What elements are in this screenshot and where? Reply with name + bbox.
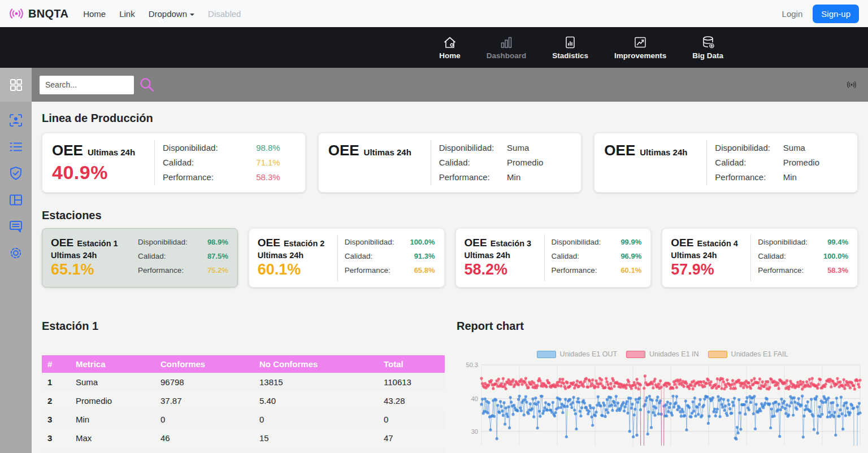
report-chart: Unidades E1 OUTUnidades E1 INUnidades E1… <box>457 350 868 446</box>
chat-icon[interactable] <box>7 218 24 235</box>
layout-icon[interactable] <box>7 191 24 208</box>
oee-value: 65.1% <box>51 261 131 278</box>
main-content: Linea de Producción OEEUltimas 24h40.9%D… <box>32 102 868 453</box>
list-icon[interactable] <box>7 138 24 155</box>
table-cell: 46 <box>155 429 254 447</box>
oee-value: 60.1% <box>258 261 337 278</box>
sidebar <box>0 68 32 453</box>
card-title-block: OEEEstación 4Ultimas 24h57.9% <box>662 229 750 287</box>
nav-link-disabled: Disabled <box>208 9 241 19</box>
grid-icon[interactable] <box>0 68 32 102</box>
broadcast-small-icon[interactable] <box>847 80 857 90</box>
station-card-3[interactable]: OEEEstación 3Ultimas 24h58.2%Disponibili… <box>455 228 652 288</box>
table-cell: 3 <box>42 410 70 429</box>
card-title-block: OEEUltimas 24h <box>319 133 431 192</box>
legend-item-unidades-e1-out[interactable]: Unidades E1 OUT <box>537 350 617 358</box>
app-bar-items: HomeDashboardStadisticsImprovementsBig D… <box>439 35 723 60</box>
nav-link-link[interactable]: Link <box>119 9 135 19</box>
table-cell: 43.28 <box>378 391 445 410</box>
legend-swatch <box>626 351 645 358</box>
production-card-1[interactable]: OEEUltimas 24h40.9%Disponibilidad:98.8%C… <box>42 133 306 193</box>
metric-row: Disponibilidad:Suma <box>715 143 832 153</box>
table-header-cell: Metrica <box>70 355 155 373</box>
metric-row: Calidad:91.3% <box>345 252 435 260</box>
metric-row: Disponibilidad:98.8% <box>163 143 280 153</box>
appbar-item-label: Big Data <box>692 51 723 60</box>
oee-value: 57.9% <box>671 261 750 278</box>
table-row: 3Max461547 <box>42 429 445 447</box>
broadcast-icon <box>9 6 24 21</box>
metric-row: Disponibilidad:98.9% <box>138 238 228 246</box>
appbar-item-improvements[interactable]: Improvements <box>614 35 666 60</box>
appbar-item-label: Improvements <box>614 51 666 60</box>
card-metrics: Disponibilidad:100.0%Calidad:91.3%Perfor… <box>337 234 444 281</box>
shield-check-icon[interactable] <box>7 165 24 182</box>
metric-row: Calidad:96.9% <box>552 252 642 260</box>
station-card-4[interactable]: OEEEstación 4Ultimas 24h57.9%Disponibili… <box>662 228 858 288</box>
table-cell: 2 <box>42 391 70 410</box>
appbar-item-home[interactable]: Home <box>439 35 461 60</box>
metric-row: Performance:65.8% <box>345 266 435 275</box>
brand[interactable]: BNQTA <box>9 6 68 21</box>
card-title-block: OEEUltimas 24h40.9% <box>42 133 154 192</box>
table-cell: 13815 <box>254 373 378 391</box>
oee-value: 58.2% <box>465 261 544 278</box>
metric-row: Performance:60.1% <box>552 266 642 275</box>
user-frame-icon[interactable] <box>7 112 24 129</box>
table-header-cell: # <box>42 355 70 373</box>
table-cell: 3 <box>42 429 70 447</box>
report-chart-heading: Report chart <box>457 320 524 333</box>
production-card-3[interactable]: OEEUltimas 24hDisponibilidad:SumaCalidad… <box>594 133 858 193</box>
station-card-1[interactable]: OEEEstación 1Ultimas 24h65.1%Disponibili… <box>42 228 238 288</box>
table-cell: 37.87 <box>155 391 254 410</box>
home-icon <box>442 35 457 50</box>
card-metrics: Disponibilidad:99.4%Calidad:100.0%Perfor… <box>750 234 857 281</box>
search-icon[interactable] <box>138 76 155 93</box>
legend-item-unidades-e1-fail[interactable]: Unidades E1 FAIL <box>708 350 788 358</box>
card-title-block: OEEUltimas 24h <box>594 133 706 192</box>
appbar-item-big-data[interactable]: Big Data <box>692 35 723 60</box>
signup-button[interactable]: Sign-up <box>813 5 859 23</box>
svg-text:40: 40 <box>471 395 478 402</box>
table-cell: 0 <box>155 410 254 429</box>
card-title-block: OEEEstación 1Ultimas 24h65.1% <box>42 229 131 287</box>
brand-name: BNQTA <box>28 7 68 20</box>
legend-item-unidades-e1-in[interactable]: Unidades E1 IN <box>626 350 699 358</box>
document-chart-icon <box>563 35 578 50</box>
station-table-body: 1Suma96798138151106132Promedio37.875.404… <box>42 373 445 447</box>
metric-row: Performance:Min <box>439 172 557 182</box>
oee-value: 40.9% <box>52 162 154 184</box>
legend-label: Unidades E1 IN <box>649 350 699 358</box>
table-row: 3Min000 <box>42 410 445 429</box>
table-row: 1Suma9679813815110613 <box>42 373 445 391</box>
card-metrics: Disponibilidad:98.9%Calidad:87.5%Perform… <box>131 234 237 281</box>
table-header-cell: No Conformes <box>254 355 378 373</box>
top-navbar: BNQTA HomeLinkDropdownDisabled Login Sig… <box>0 0 868 27</box>
metric-row: Performance:58.3% <box>758 266 848 275</box>
nav-link-dropdown[interactable]: Dropdown <box>149 9 194 19</box>
station-card-2[interactable]: OEEEstación 2Ultimas 24h60.1%Disponibili… <box>249 228 445 288</box>
appbar-item-label: Home <box>439 51 461 60</box>
legend-label: Unidades E1 FAIL <box>731 350 788 358</box>
metric-row: Calidad:Promedio <box>439 158 557 167</box>
gear-icon[interactable] <box>7 245 24 262</box>
login-link[interactable]: Login <box>782 9 803 19</box>
card-metrics: Disponibilidad:SumaCalidad:PromedioPerfo… <box>431 140 581 185</box>
appbar-item-label: Stadistics <box>552 51 588 60</box>
station-table-head: #MetricaConformesNo ConformesTotal <box>42 355 445 373</box>
metric-row: Calidad:100.0% <box>758 252 848 260</box>
metric-row: Disponibilidad:Suma <box>439 143 557 153</box>
nav-links: HomeLinkDropdownDisabled <box>83 9 241 19</box>
card-metrics: Disponibilidad:98.8%Calidad:71.1%Perform… <box>154 140 305 185</box>
production-card-2[interactable]: OEEUltimas 24hDisponibilidad:SumaCalidad… <box>318 133 582 193</box>
card-metrics: Disponibilidad:99.9%Calidad:96.9%Perform… <box>544 234 651 281</box>
nav-link-home[interactable]: Home <box>83 9 106 19</box>
appbar-item-dashboard[interactable]: Dashboard <box>487 35 527 60</box>
station-table-heading: Estación 1 <box>42 320 98 333</box>
metric-row: Performance:75.2% <box>138 266 228 275</box>
legend-swatch <box>537 351 556 358</box>
search-input[interactable] <box>40 76 134 94</box>
table-cell: Min <box>70 410 155 429</box>
appbar-item-stadistics[interactable]: Stadistics <box>552 35 588 60</box>
card-title-block: OEEEstación 3Ultimas 24h58.2% <box>456 229 544 287</box>
